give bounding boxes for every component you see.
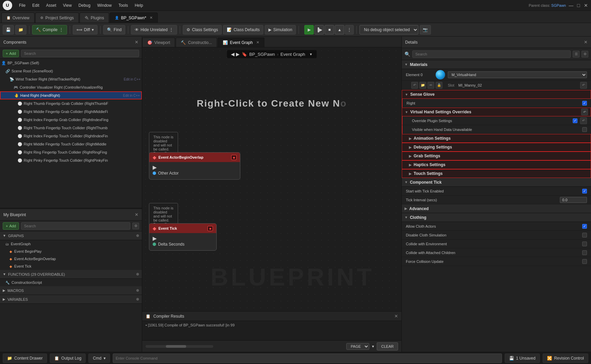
functions-section[interactable]: ▼ FUNCTIONS (29 OVERRIDABLE) ⊕ bbox=[0, 270, 142, 279]
components-search-input[interactable] bbox=[21, 50, 139, 57]
debug-camera-button[interactable]: 📷 bbox=[420, 25, 431, 35]
menu-file[interactable]: File bbox=[16, 2, 28, 8]
slot-reset-btn[interactable]: ↶ bbox=[411, 82, 418, 89]
tree-item-middlegrab[interactable]: ⚪ Right Middle Fingertip Grab Collider (… bbox=[0, 108, 142, 116]
compile-button[interactable]: 🔨 Compile ⋮ bbox=[32, 25, 67, 35]
menu-view[interactable]: View bbox=[60, 2, 74, 8]
console-input[interactable] bbox=[113, 354, 502, 363]
debug-object-select[interactable]: No debug object selected bbox=[359, 25, 418, 35]
override-plugin-checkbox[interactable]: ✓ bbox=[573, 118, 577, 123]
tree-item-ringtouch[interactable]: ⚪ Right Ring Fingertip Touch Collider (R… bbox=[0, 148, 142, 156]
my-blueprint-add-button[interactable]: + Add bbox=[3, 222, 19, 230]
tab-plugins[interactable]: 🔌 Plugins bbox=[80, 13, 109, 23]
details-view-btn[interactable]: ☰ bbox=[573, 51, 579, 58]
unsaved-status[interactable]: 💾 1 Unsaved bbox=[505, 354, 540, 363]
menu-asset[interactable]: Asset bbox=[43, 2, 59, 8]
bp-event-beginplay[interactable]: ◆ Event BeginPlay bbox=[0, 248, 142, 255]
compiler-scroll-track[interactable] bbox=[146, 345, 213, 348]
event-tick-node[interactable]: ◆ Event Tick ■ Delta Seconds bbox=[149, 223, 217, 251]
output-log-button[interactable]: 📋 Output Log bbox=[50, 354, 86, 363]
close-button[interactable]: ✕ bbox=[584, 3, 588, 8]
event-graph-close[interactable]: ✕ bbox=[256, 40, 259, 45]
tree-item-handright[interactable]: 🤚 Hand Right (HandRight) Edit in C++ bbox=[0, 91, 142, 99]
tree-item-pinkytouch[interactable]: ⚪ Right Pinky Fingertip Touch Collider (… bbox=[0, 156, 142, 164]
tab-overview[interactable]: 📋 Overview bbox=[1, 13, 35, 23]
tree-item-indexgrab[interactable]: ⚪ Right Index Fingertip Grab Collider (R… bbox=[0, 116, 142, 124]
pause-button[interactable]: ▲ bbox=[335, 25, 344, 35]
menu-debug[interactable]: Debug bbox=[76, 2, 93, 8]
materials-section-header[interactable]: ▼ Materials bbox=[402, 60, 591, 69]
disable-cloth-checkbox[interactable] bbox=[582, 233, 587, 237]
touch-settings-header[interactable]: ▶ Touch Settings bbox=[402, 169, 591, 178]
bp-event-actoroverlap[interactable]: ◆ Event ActorBeginOverlap bbox=[0, 255, 142, 263]
content-drawer-button[interactable]: 📁 Content Drawer bbox=[3, 354, 47, 363]
tab-bp-close[interactable]: ✕ bbox=[150, 16, 153, 20]
tab-bp-sgpawn[interactable]: 👤 BP_SGPawn* ✕ bbox=[110, 13, 158, 23]
grab-settings-header[interactable]: ▶ Grab Settings bbox=[402, 152, 591, 160]
my-blueprint-search-input[interactable] bbox=[21, 222, 130, 230]
tab-construction[interactable]: 🔨 Constructio... bbox=[176, 38, 217, 47]
event-actoroverlap-node[interactable]: ◆ Event ActorBeginOverlap ■ Other Actor bbox=[149, 152, 240, 180]
macros-section[interactable]: ▶ MACROS ⊕ bbox=[0, 286, 142, 295]
my-blueprint-close-button[interactable]: ✕ bbox=[135, 212, 138, 217]
allow-cloth-checkbox[interactable]: ✓ bbox=[582, 224, 587, 229]
wristtracker-edit-action[interactable]: Edit in C++ bbox=[124, 77, 140, 81]
details-close-button[interactable]: ✕ bbox=[584, 40, 588, 45]
components-close-button[interactable]: ✕ bbox=[135, 40, 138, 45]
tab-viewport[interactable]: 🎯 Viewport bbox=[142, 38, 175, 47]
browse-button[interactable]: 📁 bbox=[15, 25, 26, 35]
clothing-header[interactable]: ▼ Clothing bbox=[402, 213, 591, 222]
force-collision-checkbox[interactable] bbox=[582, 259, 587, 264]
menu-edit[interactable]: Edit bbox=[29, 2, 42, 8]
tree-item-middletouch[interactable]: ⚪ Right Middle Fingertip Touch Collider … bbox=[0, 140, 142, 148]
collide-env-checkbox[interactable] bbox=[582, 242, 587, 246]
haptics-settings-header[interactable]: ▶ Haptics Settings bbox=[402, 160, 591, 169]
components-add-button[interactable]: + Add bbox=[3, 50, 19, 57]
sense-glove-section-header[interactable]: ▼ Sense Glove bbox=[402, 90, 591, 99]
tree-item-bpsgpawn[interactable]: 👤 BP_SGPawn (Self) bbox=[0, 59, 142, 67]
advanced-header[interactable]: ▶ Advanced bbox=[402, 204, 591, 213]
functions-add-icon[interactable]: ⊕ bbox=[136, 272, 139, 276]
class-settings-button[interactable]: ⚙ Class Settings bbox=[183, 25, 222, 35]
diff-button[interactable]: ⟺ Diff ▾ bbox=[73, 25, 97, 35]
step-button[interactable]: ▐▶ bbox=[314, 25, 324, 35]
details-settings-btn[interactable]: ⚙ bbox=[582, 51, 588, 58]
visible-unavailable-checkbox[interactable] bbox=[582, 127, 587, 132]
my-blueprint-settings-button[interactable]: ⚙ bbox=[132, 223, 139, 229]
page-select[interactable]: PAGE bbox=[346, 343, 369, 350]
variables-add-icon[interactable]: ⊕ bbox=[136, 297, 139, 301]
tree-item-wristtracker[interactable]: 📡 Wrist Tracker Right (WristTrackerRight… bbox=[0, 75, 142, 83]
play-menu-button[interactable]: ⋮ bbox=[345, 25, 354, 35]
tree-item-thumbtouch[interactable]: ⚪ Right Thumb Fingertip Touch Collider (… bbox=[0, 124, 142, 132]
revision-control-button[interactable]: 🔀 Revision Control bbox=[543, 354, 588, 363]
debugging-settings-header[interactable]: ▶ Debugging Settings bbox=[402, 143, 591, 152]
compiler-scroll-thumb[interactable] bbox=[166, 345, 186, 348]
maximize-button[interactable]: □ bbox=[576, 3, 581, 8]
slot-reset-right-btn[interactable]: ↶ bbox=[580, 82, 587, 89]
slot-edit-btn[interactable]: ✏ bbox=[428, 82, 434, 89]
play-button[interactable]: ▶ bbox=[304, 25, 314, 35]
animation-settings-header[interactable]: ▶ Animation Settings bbox=[402, 134, 591, 143]
collide-attached-checkbox[interactable] bbox=[582, 250, 587, 255]
tree-item-controllerviz[interactable]: 🎮 Controller Visualizer Right (Controlle… bbox=[0, 83, 142, 91]
override-plugin-reset-btn[interactable]: ↶ bbox=[580, 117, 587, 124]
menu-help[interactable]: Help bbox=[132, 2, 146, 8]
tick-interval-input[interactable] bbox=[560, 197, 587, 203]
tab-project-settings[interactable]: ⚙ Project Settings bbox=[35, 13, 79, 23]
menu-window[interactable]: Window bbox=[94, 2, 114, 8]
stop-button[interactable]: ■ bbox=[325, 25, 334, 35]
bp-eventgraph-item[interactable]: 🗂 EventGraph bbox=[0, 240, 142, 248]
graphs-section[interactable]: ▼ GRAPHS ⊕ bbox=[0, 231, 142, 240]
menu-tools[interactable]: Tools bbox=[116, 2, 131, 8]
parent-class-link[interactable]: SGPawn bbox=[551, 3, 566, 7]
graph-area[interactable]: ◀ ▶ 🔖 BP_SGPawn › Event Graph ▼ Right-Cl… bbox=[142, 47, 401, 311]
bp-construction-script[interactable]: 🔧 ConstructionScript bbox=[0, 279, 142, 286]
class-defaults-button[interactable]: 📝 Class Defaults bbox=[223, 25, 263, 35]
bp-event-tick[interactable]: ◆ Event Tick bbox=[0, 263, 142, 270]
simulation-button[interactable]: ▶ Simulation bbox=[265, 25, 296, 35]
hide-unrelated-button[interactable]: 👁 Hide Unrelated ⋮ bbox=[131, 25, 177, 35]
details-search-input[interactable] bbox=[412, 50, 571, 58]
material-select[interactable]: M_VirtualHand bbox=[448, 71, 587, 78]
handright-edit-action[interactable]: Edit in C++ bbox=[123, 94, 140, 97]
macros-add-icon[interactable]: ⊕ bbox=[136, 288, 139, 293]
